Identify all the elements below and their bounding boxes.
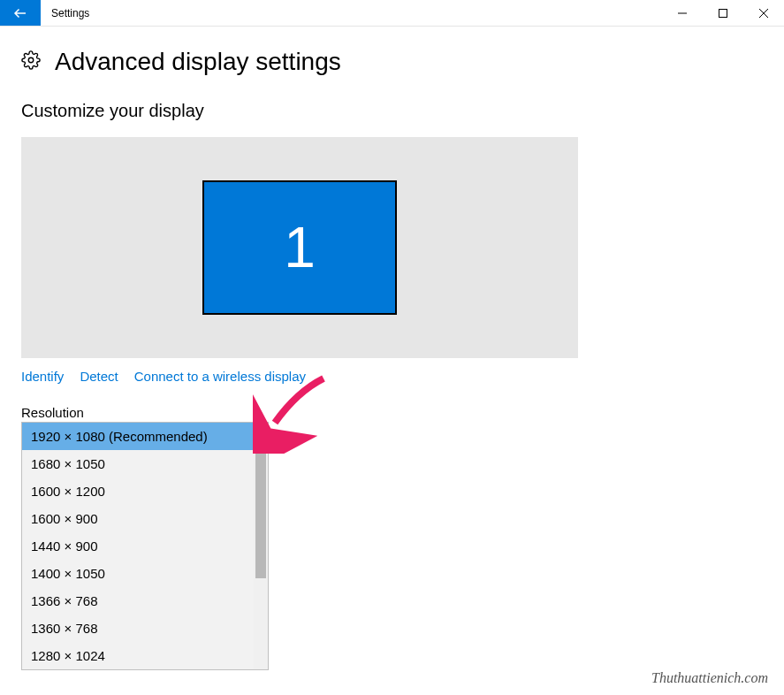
page-header: Advanced display settings: [21, 48, 763, 76]
maximize-icon: [719, 9, 727, 18]
window-title: Settings: [41, 0, 662, 26]
section-heading: Customize your display: [21, 101, 763, 121]
svg-rect-0: [719, 9, 727, 17]
gear-icon: [21, 50, 41, 73]
titlebar: Settings: [0, 0, 784, 27]
maximize-button[interactable]: [703, 0, 743, 26]
monitor-tile-1[interactable]: 1: [202, 180, 397, 315]
wireless-display-link[interactable]: Connect to a wireless display: [134, 369, 306, 384]
scroll-up-arrow-icon[interactable]: ▲: [254, 423, 268, 437]
window-controls: [662, 0, 784, 26]
monitor-number: 1: [284, 215, 316, 280]
resolution-option[interactable]: 1920 × 1080 (Recommended): [22, 423, 268, 450]
resolution-dropdown[interactable]: 1920 × 1080 (Recommended)1680 × 10501600…: [21, 422, 269, 670]
identify-link[interactable]: Identify: [21, 369, 64, 384]
minimize-icon: [678, 9, 687, 18]
scroll-thumb[interactable]: [255, 437, 266, 578]
resolution-option[interactable]: 1680 × 1050: [22, 450, 268, 477]
resolution-option[interactable]: 1600 × 1200: [22, 477, 268, 505]
back-button[interactable]: [0, 0, 41, 26]
resolution-option[interactable]: 1280 × 1024: [22, 642, 268, 669]
detect-link[interactable]: Detect: [80, 369, 118, 384]
content-area: Advanced display settings Customize your…: [0, 27, 784, 670]
page-title: Advanced display settings: [55, 48, 341, 76]
resolution-label: Resolution: [21, 405, 763, 420]
close-button[interactable]: [743, 0, 784, 26]
minimize-button[interactable]: [662, 0, 703, 26]
resolution-option[interactable]: 1600 × 900: [22, 505, 268, 532]
display-preview: 1: [21, 137, 578, 358]
close-icon: [759, 9, 768, 18]
display-link-row: Identify Detect Connect to a wireless di…: [21, 369, 763, 384]
resolution-option[interactable]: 1366 × 768: [22, 587, 268, 615]
resolution-option[interactable]: 1360 × 768: [22, 615, 268, 642]
watermark: Thuthuattienich.com: [651, 670, 768, 686]
resolution-option[interactable]: 1400 × 1050: [22, 560, 268, 587]
arrow-left-icon: [12, 5, 28, 21]
dropdown-scrollbar[interactable]: ▲: [254, 423, 268, 669]
resolution-option[interactable]: 1440 × 900: [22, 532, 268, 560]
